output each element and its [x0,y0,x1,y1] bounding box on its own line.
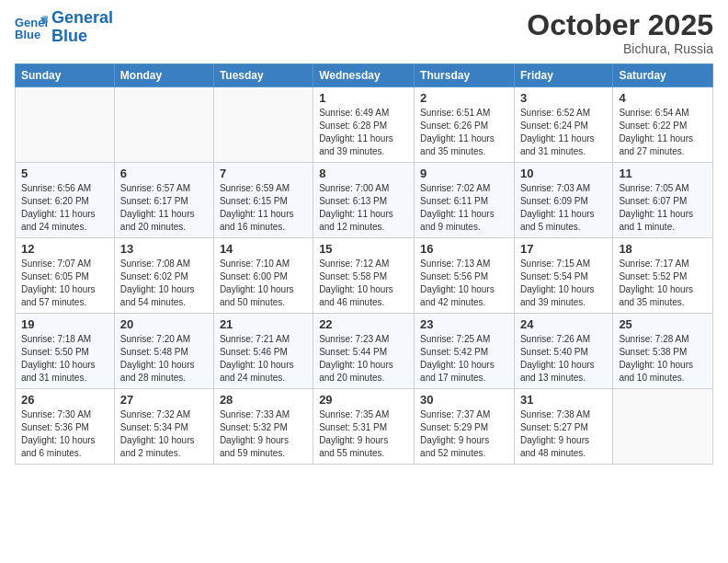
day-info: Sunrise: 7:02 AM Sunset: 6:11 PM Dayligh… [420,182,508,234]
day-info: Sunrise: 7:18 AM Sunset: 5:50 PM Dayligh… [21,333,108,385]
day-cell-30: 30Sunrise: 7:37 AM Sunset: 5:29 PM Dayli… [415,389,515,465]
day-cell-3: 3Sunrise: 6:52 AM Sunset: 6:24 PM Daylig… [514,87,612,163]
calendar-table: SundayMondayTuesdayWednesdayThursdayFrid… [15,63,713,465]
day-cell-15: 15Sunrise: 7:12 AM Sunset: 5:58 PM Dayli… [313,238,415,314]
logo-text: General Blue [51,9,113,46]
day-info: Sunrise: 7:20 AM Sunset: 5:48 PM Dayligh… [120,333,208,385]
day-info: Sunrise: 7:07 AM Sunset: 6:05 PM Dayligh… [21,258,108,309]
day-cell-22: 22Sunrise: 7:23 AM Sunset: 5:44 PM Dayli… [313,314,415,389]
day-number: 14 [220,242,307,256]
header: General Blue General Blue October 2025 B… [15,9,713,56]
day-number: 7 [220,167,307,180]
day-cell-23: 23Sunrise: 7:25 AM Sunset: 5:42 PM Dayli… [415,314,515,389]
day-cell-26: 26Sunrise: 7:30 AM Sunset: 5:36 PM Dayli… [16,389,115,465]
day-info: Sunrise: 6:56 AM Sunset: 6:20 PM Dayligh… [21,182,108,234]
day-info: Sunrise: 7:38 AM Sunset: 5:27 PM Dayligh… [520,408,607,460]
day-info: Sunrise: 7:32 AM Sunset: 5:34 PM Dayligh… [120,408,208,460]
day-info: Sunrise: 7:21 AM Sunset: 5:46 PM Dayligh… [220,333,307,385]
day-number: 25 [619,317,707,331]
day-number: 23 [420,317,508,331]
col-header-friday: Friday [514,64,612,87]
day-number: 15 [319,242,408,256]
day-number: 9 [420,167,508,180]
empty-cell [613,389,713,465]
day-cell-18: 18Sunrise: 7:17 AM Sunset: 5:52 PM Dayli… [613,238,713,314]
day-cell-31: 31Sunrise: 7:38 AM Sunset: 5:27 PM Dayli… [514,389,612,465]
col-header-wednesday: Wednesday [313,64,415,87]
day-cell-27: 27Sunrise: 7:32 AM Sunset: 5:34 PM Dayli… [114,389,213,465]
empty-cell [114,87,213,163]
day-cell-21: 21Sunrise: 7:21 AM Sunset: 5:46 PM Dayli… [213,314,313,389]
day-number: 18 [619,242,707,256]
col-header-thursday: Thursday [415,64,515,87]
month-title: October 2025 [527,9,713,41]
day-info: Sunrise: 7:12 AM Sunset: 5:58 PM Dayligh… [319,258,408,309]
title-block: October 2025 Bichura, Russia [527,9,713,56]
day-number: 19 [21,317,108,331]
day-info: Sunrise: 6:54 AM Sunset: 6:22 PM Dayligh… [619,107,707,158]
day-info: Sunrise: 6:52 AM Sunset: 6:24 PM Dayligh… [520,107,607,158]
day-number: 28 [220,393,307,407]
day-cell-29: 29Sunrise: 7:35 AM Sunset: 5:31 PM Dayli… [313,389,415,465]
day-info: Sunrise: 7:10 AM Sunset: 6:00 PM Dayligh… [220,258,307,309]
day-info: Sunrise: 7:33 AM Sunset: 5:32 PM Dayligh… [220,408,307,460]
day-cell-5: 5Sunrise: 6:56 AM Sunset: 6:20 PM Daylig… [16,163,115,238]
day-info: Sunrise: 7:28 AM Sunset: 5:38 PM Dayligh… [619,333,707,385]
col-header-tuesday: Tuesday [213,64,313,87]
day-number: 8 [319,167,408,180]
day-number: 5 [21,167,108,180]
page: General Blue General Blue October 2025 B… [0,0,728,479]
day-info: Sunrise: 7:37 AM Sunset: 5:29 PM Dayligh… [420,408,508,460]
col-header-sunday: Sunday [16,64,115,87]
day-number: 29 [319,393,408,407]
day-cell-20: 20Sunrise: 7:20 AM Sunset: 5:48 PM Dayli… [114,314,213,389]
day-number: 4 [619,91,707,105]
day-info: Sunrise: 7:13 AM Sunset: 5:56 PM Dayligh… [420,258,508,309]
day-number: 21 [220,317,307,331]
calendar-week-1: 1Sunrise: 6:49 AM Sunset: 6:28 PM Daylig… [16,87,713,163]
day-number: 10 [520,167,607,180]
day-cell-8: 8Sunrise: 7:00 AM Sunset: 6:13 PM Daylig… [313,163,415,238]
day-number: 31 [520,393,607,407]
day-number: 3 [520,91,607,105]
day-number: 27 [120,393,208,407]
day-cell-2: 2Sunrise: 6:51 AM Sunset: 6:26 PM Daylig… [415,87,515,163]
day-info: Sunrise: 7:15 AM Sunset: 5:54 PM Dayligh… [520,258,607,309]
day-info: Sunrise: 7:08 AM Sunset: 6:02 PM Dayligh… [120,258,208,309]
day-number: 16 [420,242,508,256]
day-info: Sunrise: 7:25 AM Sunset: 5:42 PM Dayligh… [420,333,508,385]
logo-icon: General Blue [15,14,48,41]
svg-text:Blue: Blue [15,28,40,41]
calendar-week-3: 12Sunrise: 7:07 AM Sunset: 6:05 PM Dayli… [16,238,713,314]
day-number: 20 [120,317,208,331]
col-header-monday: Monday [114,64,213,87]
day-info: Sunrise: 6:49 AM Sunset: 6:28 PM Dayligh… [319,107,408,158]
day-cell-10: 10Sunrise: 7:03 AM Sunset: 6:09 PM Dayli… [514,163,612,238]
day-cell-28: 28Sunrise: 7:33 AM Sunset: 5:32 PM Dayli… [213,389,313,465]
day-info: Sunrise: 7:00 AM Sunset: 6:13 PM Dayligh… [319,182,408,234]
day-info: Sunrise: 7:35 AM Sunset: 5:31 PM Dayligh… [319,408,408,460]
day-number: 2 [420,91,508,105]
empty-cell [16,87,115,163]
day-cell-17: 17Sunrise: 7:15 AM Sunset: 5:54 PM Dayli… [514,238,612,314]
day-cell-13: 13Sunrise: 7:08 AM Sunset: 6:02 PM Dayli… [114,238,213,314]
empty-cell [213,87,313,163]
day-cell-14: 14Sunrise: 7:10 AM Sunset: 6:00 PM Dayli… [213,238,313,314]
day-info: Sunrise: 7:23 AM Sunset: 5:44 PM Dayligh… [319,333,408,385]
day-info: Sunrise: 7:17 AM Sunset: 5:52 PM Dayligh… [619,258,707,309]
calendar-week-5: 26Sunrise: 7:30 AM Sunset: 5:36 PM Dayli… [16,389,713,465]
day-number: 30 [420,393,508,407]
day-cell-24: 24Sunrise: 7:26 AM Sunset: 5:40 PM Dayli… [514,314,612,389]
day-cell-11: 11Sunrise: 7:05 AM Sunset: 6:07 PM Dayli… [613,163,713,238]
day-cell-12: 12Sunrise: 7:07 AM Sunset: 6:05 PM Dayli… [16,238,115,314]
day-info: Sunrise: 7:30 AM Sunset: 5:36 PM Dayligh… [21,408,108,460]
calendar-header-row: SundayMondayTuesdayWednesdayThursdayFrid… [16,64,713,87]
day-number: 26 [21,393,108,407]
col-header-saturday: Saturday [613,64,713,87]
logo: General Blue General Blue [15,9,113,46]
day-number: 22 [319,317,408,331]
day-info: Sunrise: 7:05 AM Sunset: 6:07 PM Dayligh… [619,182,707,234]
day-cell-16: 16Sunrise: 7:13 AM Sunset: 5:56 PM Dayli… [415,238,515,314]
day-number: 13 [120,242,208,256]
day-info: Sunrise: 6:59 AM Sunset: 6:15 PM Dayligh… [220,182,307,234]
